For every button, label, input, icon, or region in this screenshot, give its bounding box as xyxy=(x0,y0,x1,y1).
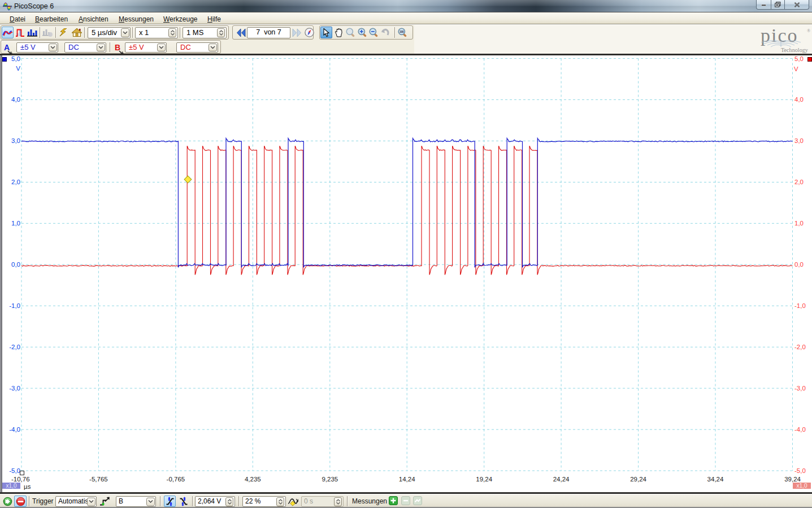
svg-text:1,0: 1,0 xyxy=(11,220,20,227)
svg-text:-4,0: -4,0 xyxy=(9,426,20,433)
svg-text:24,24: 24,24 xyxy=(553,476,570,483)
svg-text:3,0: 3,0 xyxy=(11,137,20,144)
svg-text:-10,76: -10,76 xyxy=(11,476,30,483)
svg-text:5,0: 5,0 xyxy=(794,55,804,62)
svg-text:14,24: 14,24 xyxy=(399,476,415,483)
svg-text:4,235: 4,235 xyxy=(245,476,261,483)
svg-text:-4,0: -4,0 xyxy=(794,426,806,433)
svg-text:-5,0: -5,0 xyxy=(794,467,806,474)
svg-text:9,235: 9,235 xyxy=(322,476,338,483)
svg-text:-2,0: -2,0 xyxy=(794,344,806,350)
svg-text:19,24: 19,24 xyxy=(476,476,492,483)
svg-text:-2,0: -2,0 xyxy=(9,344,20,350)
svg-text:39,24: 39,24 xyxy=(784,476,801,483)
svg-text:29,24: 29,24 xyxy=(630,476,646,483)
svg-text:-3,0: -3,0 xyxy=(794,385,806,392)
svg-text:2,0: 2,0 xyxy=(794,179,804,185)
svg-text:1,0: 1,0 xyxy=(794,220,804,227)
svg-text:-5,0: -5,0 xyxy=(9,467,20,474)
svg-text:5,0: 5,0 xyxy=(11,55,20,62)
svg-text:-0,765: -0,765 xyxy=(167,476,185,483)
svg-text:-5,765: -5,765 xyxy=(89,476,108,483)
svg-text:x1,0: x1,0 xyxy=(797,483,807,489)
svg-text:-1,0: -1,0 xyxy=(9,302,20,309)
svg-text:-1,0: -1,0 xyxy=(794,302,806,309)
svg-text:Technology: Technology xyxy=(781,47,809,53)
svg-text:3,0: 3,0 xyxy=(794,137,804,144)
svg-text:4,0: 4,0 xyxy=(794,96,804,103)
svg-text:-3,0: -3,0 xyxy=(9,385,20,392)
svg-text:V: V xyxy=(16,65,20,72)
svg-text:V: V xyxy=(794,66,798,72)
svg-text:2,0: 2,0 xyxy=(11,179,20,185)
svg-text:4,0: 4,0 xyxy=(11,96,20,103)
svg-text:100: 100 xyxy=(400,31,404,33)
svg-text:0,0: 0,0 xyxy=(794,261,804,268)
svg-text:0,0: 0,0 xyxy=(11,261,20,268)
svg-text:®: ® xyxy=(807,28,810,33)
svg-text:µs: µs xyxy=(24,483,31,490)
svg-text:34,24: 34,24 xyxy=(707,476,724,483)
svg-text:x1,0: x1,0 xyxy=(6,483,17,489)
